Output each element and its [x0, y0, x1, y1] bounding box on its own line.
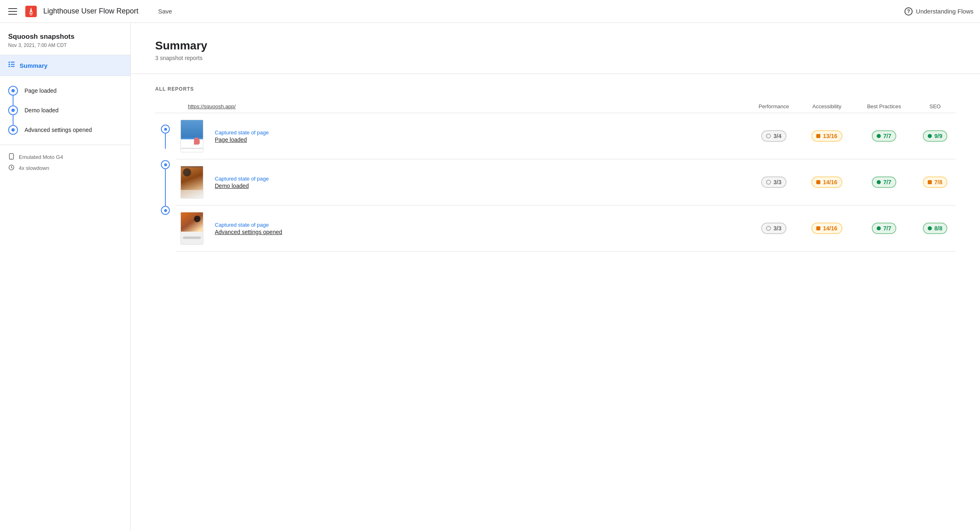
sidebar-footer: Emulated Moto G4 4x slowdown: [0, 145, 130, 180]
seo-badge-3[interactable]: 8/8: [923, 223, 947, 234]
thumbnail-cell-2: [176, 166, 208, 199]
save-button[interactable]: Save: [155, 6, 175, 16]
sidebar-summary-item[interactable]: Summary: [0, 55, 130, 76]
table-header: https://squoosh.app/ Performance Accessi…: [155, 100, 956, 113]
flow-connector-3: [8, 125, 18, 135]
hamburger-menu-button[interactable]: [7, 7, 19, 16]
report-info-2: Captured state of page Demo loaded: [208, 176, 747, 189]
flow-connector-2: [8, 105, 18, 115]
main-content: Summary 3 snapshot reports ALL REPORTS h…: [131, 23, 980, 531]
device-icon: [8, 153, 15, 161]
seo-badge-1[interactable]: 9/9: [923, 130, 947, 142]
summary-subtitle: 3 snapshot reports: [155, 55, 956, 61]
flow-item-label-2: Demo loaded: [24, 107, 58, 114]
report-name-2[interactable]: Demo loaded: [215, 183, 741, 189]
score-accessibility-2: 14/16: [800, 176, 853, 188]
sidebar: Squoosh snapshots Nov 3, 2021, 7:00 AM C…: [0, 23, 131, 531]
score-performance-1: 3/4: [747, 130, 800, 142]
svg-rect-9: [11, 66, 15, 67]
svg-rect-4: [9, 62, 10, 63]
flow-item-advanced-settings[interactable]: Advanced settings opened: [0, 120, 130, 140]
flow-item-label-3: Advanced settings opened: [24, 127, 92, 133]
device-label: Emulated Moto G4: [19, 154, 63, 160]
score-performance-2: 3/3: [747, 176, 800, 188]
lighthouse-logo-icon: [25, 6, 37, 17]
thumbnail-advanced-settings: [180, 212, 203, 245]
score-ring-icon-3: [766, 226, 771, 231]
accessibility-badge-1[interactable]: 13/16: [811, 130, 842, 142]
svg-rect-6: [9, 64, 10, 65]
table-row: Captured state of page Advanced settings…: [176, 205, 956, 252]
connector-dot-2: [161, 160, 170, 169]
report-info-1: Captured state of page Page loaded: [208, 129, 747, 143]
flow-connector-column: [155, 113, 176, 252]
summary-title: Summary: [155, 39, 956, 52]
connector-dot-1: [161, 125, 170, 134]
accessibility-badge-3[interactable]: 14/16: [811, 223, 842, 234]
score-ring-icon: [766, 134, 771, 138]
svg-point-11: [11, 158, 12, 159]
best-practices-badge-3[interactable]: 7/7: [872, 223, 896, 234]
seo-badge-2[interactable]: 7/8: [923, 176, 947, 188]
report-rows: Captured state of page Page loaded 3/4: [176, 113, 956, 252]
connector-dot-3: [161, 206, 170, 215]
sidebar-summary-label: Summary: [20, 62, 47, 69]
svg-rect-7: [11, 64, 15, 65]
flow-item-demo-loaded[interactable]: Demo loaded: [0, 100, 130, 120]
best-practices-badge-2[interactable]: 7/7: [872, 176, 896, 188]
understanding-flows-label: Understanding Flows: [916, 8, 973, 15]
summary-list-icon: [8, 61, 16, 70]
understanding-flows-link[interactable]: ? Understanding Flows: [904, 7, 973, 16]
performance-badge-2[interactable]: 3/3: [761, 176, 786, 188]
reports-section: ALL REPORTS https://squoosh.app/ Perform…: [131, 74, 980, 264]
slowdown-item: 4x slowdown: [8, 163, 122, 174]
best-practices-badge-1[interactable]: 7/7: [872, 130, 896, 142]
orange-dot-icon: [816, 134, 820, 138]
score-accessibility-3: 14/16: [800, 223, 853, 234]
svg-rect-8: [9, 66, 10, 67]
table-row: Captured state of page Page loaded 3/4: [176, 113, 956, 159]
connector-line-2-3: [165, 169, 166, 206]
layout: Squoosh snapshots Nov 3, 2021, 7:00 AM C…: [0, 23, 980, 531]
sidebar-header: Squoosh snapshots Nov 3, 2021, 7:00 AM C…: [0, 23, 130, 55]
score-best-practices-2: 7/7: [853, 176, 915, 188]
slowdown-icon: [8, 164, 15, 172]
flow-dot-1: [8, 86, 18, 96]
accessibility-badge-2[interactable]: 14/16: [811, 176, 842, 188]
report-info-3: Captured state of page Advanced settings…: [208, 222, 747, 235]
connector-line-1-2: [165, 134, 166, 149]
thumbnail-page-loaded: [180, 120, 203, 152]
score-performance-3: 3/3: [747, 223, 800, 234]
report-name-3[interactable]: Advanced settings opened: [215, 229, 741, 235]
reports-label: ALL REPORTS: [155, 86, 956, 92]
score-ring-icon-2: [766, 180, 771, 185]
header-left: Lighthouse User Flow Report Save: [7, 6, 175, 17]
report-type-3: Captured state of page: [215, 222, 741, 228]
green-dot-icon-1: [877, 134, 881, 138]
score-best-practices-3: 7/7: [853, 223, 915, 234]
accessibility-header: Accessibility: [800, 103, 853, 109]
svg-rect-3: [30, 15, 32, 16]
green-dot-icon-3: [877, 180, 881, 184]
flow-dot-3: [8, 125, 18, 135]
report-name-1[interactable]: Page loaded: [215, 136, 741, 143]
seo-header: SEO: [915, 103, 956, 109]
flow-item-page-loaded[interactable]: Page loaded: [0, 81, 130, 100]
header: Lighthouse User Flow Report Save ? Under…: [0, 0, 980, 23]
thumbnail-cell-1: [176, 120, 208, 152]
score-seo-3: 8/8: [915, 223, 956, 234]
performance-badge-3[interactable]: 3/3: [761, 223, 786, 234]
connector-row-1: [161, 113, 170, 160]
device-item: Emulated Moto G4: [8, 152, 122, 163]
report-type-2: Captured state of page: [215, 176, 741, 182]
svg-rect-2: [29, 13, 33, 14]
svg-rect-5: [11, 62, 15, 62]
performance-header: Performance: [747, 103, 800, 109]
sidebar-date: Nov 3, 2021, 7:00 AM CDT: [8, 42, 122, 48]
score-best-practices-1: 7/7: [853, 130, 915, 142]
summary-header: Summary 3 snapshot reports: [131, 23, 980, 74]
green-dot-icon-5: [928, 226, 932, 230]
url-header[interactable]: https://squoosh.app/: [188, 103, 747, 109]
performance-badge-1[interactable]: 3/4: [761, 130, 786, 142]
best-practices-header: Best Practices: [853, 103, 915, 109]
